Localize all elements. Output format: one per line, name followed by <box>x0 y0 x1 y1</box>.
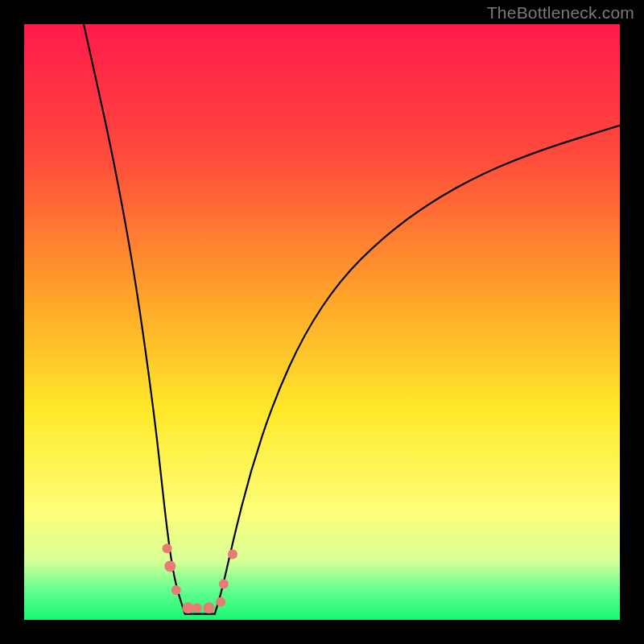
marker-point-4 <box>192 603 202 613</box>
bottleneck-curve-chart <box>24 24 620 620</box>
marker-point-5 <box>203 602 214 613</box>
marker-point-0 <box>163 543 172 553</box>
marker-point-8 <box>228 550 237 559</box>
plot-area <box>24 24 620 620</box>
gradient-background <box>24 24 620 620</box>
marker-point-2 <box>171 585 181 595</box>
marker-point-7 <box>219 580 229 589</box>
marker-point-6 <box>216 597 225 607</box>
watermark-text: TheBottleneck.com <box>487 3 634 23</box>
chart-frame: TheBottleneck.com <box>0 0 644 644</box>
marker-point-1 <box>164 560 175 572</box>
marker-point-3 <box>183 602 194 613</box>
